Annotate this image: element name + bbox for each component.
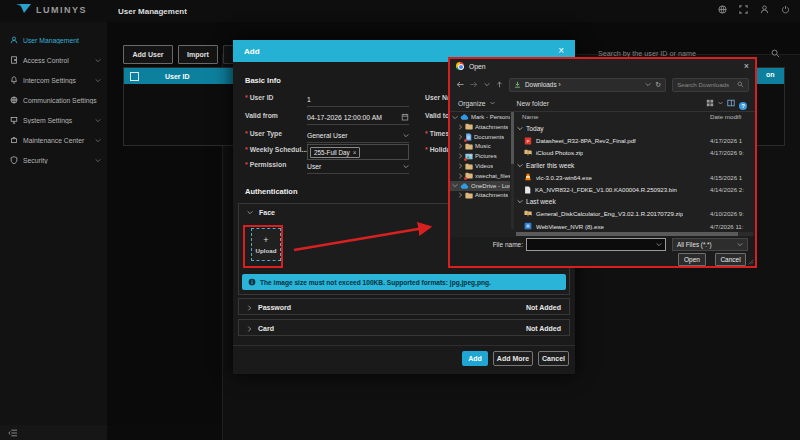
cancel-button[interactable]: Cancel	[538, 351, 569, 366]
tree-item-videos[interactable]: Videos	[450, 161, 510, 171]
address-dropdown-icon[interactable]	[645, 82, 651, 87]
file-list-hscrollbar[interactable]	[516, 232, 753, 236]
sidebar-item-security[interactable]: Security	[0, 150, 107, 170]
authentication-heading: Authentication	[245, 187, 298, 196]
password-accordion-header[interactable]: Password Not Added	[239, 299, 569, 316]
close-icon[interactable]: ×	[744, 61, 749, 71]
file-dialog-search-input[interactable]: Search Downloads	[672, 78, 749, 92]
chevron-right-icon[interactable]	[458, 134, 463, 140]
tree-item-xwechat-files[interactable]: xwechat_files	[450, 171, 510, 181]
tree-item-label: Documents	[474, 134, 504, 140]
chevron-right-icon[interactable]	[458, 173, 463, 179]
select-all-checkbox[interactable]	[130, 72, 139, 81]
new-folder-button[interactable]: New folder	[517, 100, 550, 107]
group-label: Today	[526, 125, 544, 132]
chevron-down-icon[interactable]	[718, 101, 723, 105]
tree-item-music[interactable]: Music	[450, 141, 510, 151]
file-row[interactable]: PDatasheet_R32-8PA_Rev2_Final.pdf4/17/20…	[516, 135, 751, 147]
import-button[interactable]: Import	[178, 45, 218, 64]
folder-tree: Mark - PersonalAttachmentsDocumentsMusic…	[450, 112, 510, 229]
add-more-button[interactable]: Add More	[493, 351, 533, 366]
tree-scrollbar[interactable]	[511, 112, 514, 229]
col-date-modified[interactable]: Date modifi	[710, 113, 741, 120]
sidebar-item-user-management[interactable]: User Management	[0, 30, 107, 50]
chevron-down-icon[interactable]	[656, 242, 662, 247]
permission-input[interactable]: User	[307, 159, 409, 174]
group-row-last-week[interactable]: Last week	[516, 196, 751, 208]
chevron-down-icon	[490, 101, 495, 105]
chevron-down-icon	[737, 242, 743, 247]
file-row[interactable]: WebViewer_NVR (8).exe4/7/2026 11:	[516, 220, 751, 231]
tree-item-attachments[interactable]: Attachments	[450, 190, 510, 200]
add-user-button[interactable]: Add User	[123, 45, 173, 64]
sidebar-item-access-control[interactable]: Access Control	[0, 50, 107, 70]
preview-pane-icon[interactable]	[727, 99, 735, 107]
help-icon[interactable]: ?	[739, 94, 747, 112]
downloads-icon	[514, 81, 521, 88]
dialog-cancel-button[interactable]: Cancel	[715, 253, 746, 266]
organize-menu[interactable]: Organize	[458, 100, 486, 107]
chevron-down-icon	[247, 210, 253, 215]
close-icon[interactable]: ×	[558, 46, 564, 56]
user-account-icon[interactable]	[760, 5, 769, 14]
file-list: Name Date modifi TodayPDatasheet_R32-8PA…	[516, 111, 751, 231]
sidebar-item-intercom-settings[interactable]: Intercom Settings	[0, 70, 107, 90]
address-bar[interactable]: Downloads › ↻	[509, 78, 666, 92]
add-button[interactable]: Add	[462, 351, 488, 366]
tree-item-attachments[interactable]: Attachments	[450, 122, 510, 132]
collapse-sidebar-icon[interactable]	[8, 429, 18, 437]
chevron-down-icon	[95, 158, 101, 163]
chevron-right-icon[interactable]	[458, 163, 463, 169]
sidebar-item-system-settings[interactable]: System Settings	[0, 110, 107, 130]
file-search-placeholder: Search Downloads	[677, 81, 729, 88]
topbar-actions	[718, 5, 790, 14]
file-date-modified: 4/17/2026 1	[710, 137, 742, 144]
file-row[interactable]: General_DiskCalculator_Eng_V3.02.1.R.201…	[516, 208, 751, 220]
chevron-right-icon[interactable]	[458, 192, 463, 198]
refresh-icon[interactable]: ↻	[655, 81, 661, 89]
chevron-down-icon[interactable]	[452, 115, 458, 120]
file-date-modified: 4/7/2026 11:	[710, 223, 743, 230]
zip-file-icon	[524, 210, 532, 217]
file-row[interactable]: iCloud Photos.zip4/17/2026 9:	[516, 147, 751, 159]
tree-item-pictures[interactable]: Pictures	[450, 151, 510, 161]
open-button[interactable]: Open	[678, 253, 706, 266]
col-name[interactable]: Name	[522, 113, 539, 120]
sidebar-item-maintenance-center[interactable]: Maintenance Center	[0, 130, 107, 150]
chevron-down-icon[interactable]	[403, 164, 409, 169]
group-row-earlier-this-week[interactable]: Earlier this week	[516, 159, 751, 171]
file-row[interactable]: vlc-3.0.23-win64.exe4/15/2026 1	[516, 171, 751, 183]
search-icon[interactable]	[771, 49, 780, 58]
power-icon[interactable]	[781, 5, 790, 14]
chevron-right-icon[interactable]	[458, 143, 463, 149]
chevron-down-icon[interactable]	[452, 183, 458, 188]
luminys-logo-icon	[16, 4, 31, 15]
file-name-input[interactable]	[526, 238, 666, 251]
file-dialog-toolbar: Organize New folder ?	[450, 96, 755, 110]
exe-file-icon	[524, 222, 532, 230]
recent-locations-icon[interactable]	[484, 82, 490, 87]
bin-file-icon	[524, 186, 531, 194]
tree-item-label: Attachments	[475, 124, 508, 130]
group-row-today[interactable]: Today	[516, 123, 751, 135]
tree-item-onedrive-lum[interactable]: OneDrive - Lum	[450, 181, 510, 191]
card-accordion-header[interactable]: Card Not Added	[239, 320, 569, 337]
chevron-right-icon[interactable]	[458, 124, 463, 130]
tree-item-documents[interactable]: Documents	[450, 132, 510, 142]
view-mode-icon[interactable]	[706, 99, 714, 107]
chevron-down-icon	[517, 199, 523, 204]
fullscreen-icon[interactable]	[739, 5, 748, 14]
back-icon[interactable]	[456, 81, 464, 88]
forward-icon[interactable]	[470, 81, 478, 88]
up-icon[interactable]	[496, 81, 503, 88]
tree-item-mark-personal[interactable]: Mark - Personal	[450, 112, 510, 122]
sidebar-item-communication-settings[interactable]: Communication Settings	[0, 90, 107, 110]
chevron-right-icon[interactable]	[458, 153, 463, 159]
folder-icon	[465, 163, 473, 170]
resize-grip-icon[interactable]	[748, 259, 754, 265]
file-row[interactable]: KA_NVR832-I_FDKE_V1.00.KA00004.R.250923.…	[516, 184, 751, 196]
file-type-select[interactable]: All Files (*.*)	[672, 238, 748, 251]
globe-icon[interactable]	[718, 5, 727, 14]
chevron-down-icon	[517, 126, 523, 131]
tree-item-label: Pictures	[475, 153, 497, 159]
